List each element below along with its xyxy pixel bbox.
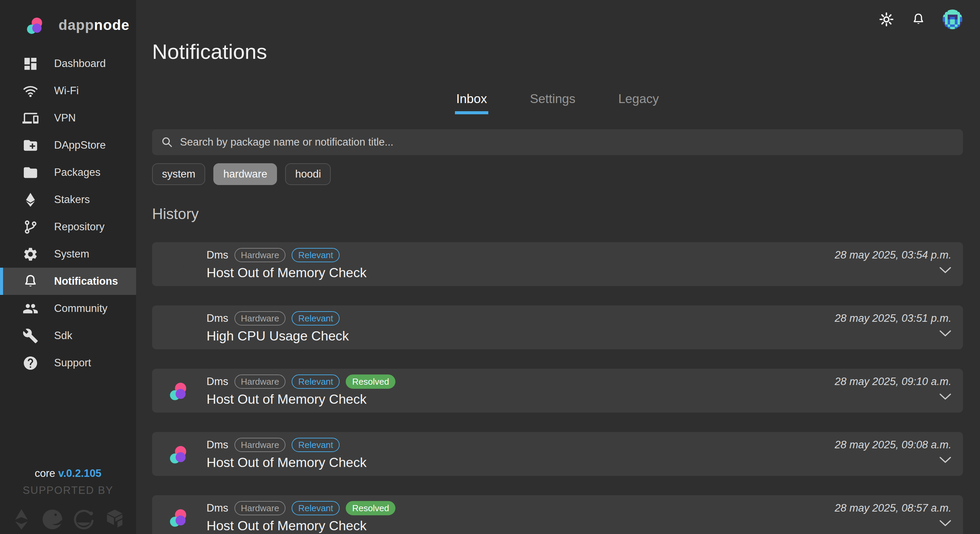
notification-timestamp: 28 may 2025, 09:10 a.m. [835,375,951,388]
notification-list: Dms HardwareRelevant Host Out of Memory … [152,242,963,534]
notification-card[interactable]: Dms HardwareRelevantResolved Host Out of… [152,495,963,534]
badge-hardware: Hardware [234,438,286,452]
dappnode-icon [164,502,194,532]
community-icon [22,301,38,317]
brand-text: dappnode [59,17,130,33]
wifi-icon [22,83,38,99]
badge-relevant: Relevant [292,248,340,262]
notification-timestamp: 28 may 2025, 08:57 a.m. [835,502,951,514]
filter-chip-system[interactable]: system [152,163,205,185]
ethereum-logo-icon [10,508,33,531]
sidebar-item-vpn[interactable]: VPN [0,105,136,132]
badge-hardware: Hardware [234,375,286,389]
notification-source: Dms [207,502,228,514]
tabs: InboxSettingsLegacy [152,92,963,114]
search-bar [152,129,963,155]
filter-chips: systemhardwarehoodi [152,163,963,185]
core-version-line: core v.0.2.105 [0,467,136,480]
badge-hardware: Hardware [234,501,286,515]
notification-title: Host Out of Memory Check [207,392,395,407]
core-label: core [35,467,55,479]
notification-card[interactable]: Dms HardwareRelevantResolved Host Out of… [152,369,963,413]
brand-dapp: dapp [59,17,94,33]
dappnode-icon [164,439,194,469]
cubes-logo-icon [103,508,126,531]
badge-resolved: Resolved [346,501,395,515]
avatar[interactable] [943,10,962,29]
notification-source: Dms [207,439,228,451]
sidebar-item-sdk[interactable]: Sdk [0,322,136,349]
search-icon [161,136,173,148]
notification-card[interactable]: Dms HardwareRelevant Host Out of Memory … [152,432,963,476]
dappstore-icon [22,137,38,153]
notification-source: Dms [207,375,228,388]
notification-source: Dms [207,312,228,324]
sidebar: dappnode Dashboard Wi-Fi VPN DAppStore P… [0,0,136,534]
chevron-down-icon[interactable] [939,520,951,527]
sun-icon [879,12,894,27]
sidebar-item-community[interactable]: Community [0,295,136,322]
dashboard-icon [22,56,38,72]
support-icon [22,355,38,371]
filter-chip-hoodi[interactable]: hoodi [285,163,331,185]
packages-icon [22,165,38,181]
badge-relevant: Relevant [292,375,340,389]
sidebar-item-label: Notifications [54,275,118,288]
notification-title: Host Out of Memory Check [207,265,366,280]
history-heading: History [152,205,963,222]
sidebar-item-support[interactable]: Support [0,349,136,377]
notification-title: High CPU Usage Check [207,329,349,343]
badge-relevant: Relevant [292,311,340,326]
sidebar-item-label: Dashboard [54,57,106,70]
core-version-link[interactable]: v.0.2.105 [58,467,102,479]
sidebar-item-notifications[interactable]: Notifications [0,268,136,295]
sidebar-item-dappstore[interactable]: DAppStore [0,132,136,159]
sidebar-item-label: System [54,248,89,260]
sidebar-nav: Dashboard Wi-Fi VPN DAppStore Packages S… [0,50,136,377]
header-icons [878,10,962,29]
chevron-down-icon[interactable] [939,266,951,274]
sidebar-item-packages[interactable]: Packages [0,159,136,186]
dappnode-logo[interactable]: dappnode [0,0,136,39]
sidebar-item-label: Community [54,302,108,315]
sidebar-item-label: VPN [54,112,76,124]
sidebar-item-repository[interactable]: Repository [0,213,136,240]
sidebar-item-label: Stakers [54,194,90,206]
search-input[interactable] [180,136,954,148]
tab-settings[interactable]: Settings [528,92,577,114]
notification-card[interactable]: Dms HardwareRelevant Host Out of Memory … [152,242,963,286]
chevron-down-icon[interactable] [939,330,951,337]
filter-chip-hardware[interactable]: hardware [213,163,277,185]
notification-timestamp: 28 may 2025, 09:08 a.m. [835,439,951,451]
dappnode-icon [164,376,194,406]
badge-relevant: Relevant [292,438,340,452]
sidebar-item-label: DAppStore [54,139,106,151]
repository-icon [22,219,38,235]
notifications-icon [22,273,38,289]
notification-source: Dms [207,249,228,261]
badge-hardware: Hardware [234,311,286,326]
chevron-down-icon[interactable] [939,456,951,464]
gnosis-logo-icon [73,508,95,531]
theme-toggle-button[interactable] [878,11,894,27]
sidebar-item-wifi[interactable]: Wi-Fi [0,77,136,105]
notifications-bell-button[interactable] [911,11,926,27]
chevron-down-icon[interactable] [939,393,951,400]
sidebar-item-dashboard[interactable]: Dashboard [0,50,136,77]
system-icon [22,246,38,262]
sidebar-item-label: Repository [54,221,105,233]
notification-timestamp: 28 may 2025, 03:54 p.m. [835,249,951,261]
sidebar-footer: core v.0.2.105 SUPPORTED BY [0,467,136,531]
grafana-icon [164,313,194,343]
stakers-icon [22,192,38,208]
grafana-icon [164,249,194,279]
sidebar-item-stakers[interactable]: Stakers [0,186,136,213]
brand-node: node [94,17,129,33]
notification-card[interactable]: Dms HardwareRelevant High CPU Usage Chec… [152,305,963,349]
tab-legacy[interactable]: Legacy [617,92,660,114]
sidebar-item-system[interactable]: System [0,240,136,268]
partner-logos [0,508,136,531]
app-root: dappnode Dashboard Wi-Fi VPN DAppStore P… [0,0,980,534]
badge-hardware: Hardware [234,248,286,262]
tab-inbox[interactable]: Inbox [455,92,488,114]
